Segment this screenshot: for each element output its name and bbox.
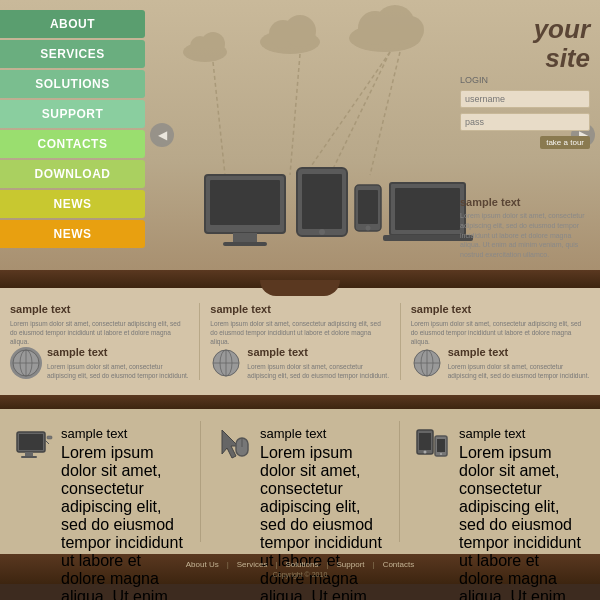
nav-services[interactable]: SERVICES <box>0 40 145 68</box>
svg-point-8 <box>375 5 415 45</box>
svg-point-2 <box>201 32 225 56</box>
footer-link-contacts[interactable]: Contacts <box>383 560 415 569</box>
footer-link-solutions[interactable]: Solutions <box>286 560 319 569</box>
showcase-3-text: sample text Lorem ipsum dolor sit amet, … <box>459 426 585 600</box>
svg-rect-17 <box>233 233 257 242</box>
showcase-2-title: sample text <box>260 426 386 441</box>
svg-rect-50 <box>419 433 431 450</box>
footer-link-about[interactable]: About Us <box>186 560 219 569</box>
nav-about[interactable]: ABOUT <box>0 10 145 38</box>
divider-bar-1 <box>0 270 600 288</box>
nav-news1[interactable]: NEWS <box>0 190 145 218</box>
feature-3-inner: sample text Lorem ipsum dolor sit amet, … <box>411 346 590 380</box>
feature-3-subbody: Lorem ipsum dolor sit amet, consectetur … <box>448 362 590 380</box>
showcase-3-body: Lorem ipsum dolor sit amet, consectetur … <box>459 444 585 600</box>
showcase-col-3: sample text Lorem ipsum dolor sit amet, … <box>408 421 590 542</box>
globe-icon-1 <box>10 347 42 379</box>
svg-rect-19 <box>297 168 347 236</box>
svg-point-0 <box>183 42 227 62</box>
svg-line-11 <box>290 54 300 175</box>
feature-1-sub: sample text Lorem ipsum dolor sit amet, … <box>47 346 189 380</box>
col-divider-2 <box>400 303 401 380</box>
nav-download[interactable]: DOWNLOAD <box>0 160 145 188</box>
showcase-icon-3 <box>413 426 451 464</box>
feature-3-body: Lorem ipsum dolor sit amet, consectetur … <box>411 319 590 346</box>
svg-rect-20 <box>302 174 342 229</box>
feature-2-title: sample text <box>210 303 389 315</box>
svg-point-6 <box>349 24 421 52</box>
feature-2-subbody: Lorem ipsum dolor sit amet, consectetur … <box>247 362 389 380</box>
features-row: sample text Lorem ipsum dolor sit amet, … <box>0 288 600 395</box>
svg-line-10 <box>213 62 225 175</box>
feature-1-body: Lorem ipsum dolor sit amet, consectetur … <box>10 319 189 346</box>
svg-point-24 <box>366 226 371 231</box>
svg-point-21 <box>319 229 325 235</box>
take-tour-small-button[interactable]: take a tour <box>540 136 590 149</box>
nav-news2[interactable]: NEWS <box>0 220 145 248</box>
footer-links: About Us | Services | Solutions | Suppor… <box>186 560 414 569</box>
feature-2-sub: sample text Lorem ipsum dolor sit amet, … <box>247 346 389 380</box>
svg-rect-26 <box>395 188 460 230</box>
svg-rect-16 <box>210 180 280 225</box>
showcase-1-body: Lorem ipsum dolor sit amet, consectetur … <box>61 444 187 600</box>
feature-2-subtitle: sample text <box>247 346 389 358</box>
login-label: LOGIN <box>460 75 590 85</box>
nav-solutions[interactable]: SOLUTIONS <box>0 70 145 98</box>
feature-3-subtitle: sample text <box>448 346 590 358</box>
svg-rect-43 <box>21 456 37 458</box>
prev-arrow[interactable]: ◀ <box>150 123 174 147</box>
svg-point-51 <box>424 451 427 454</box>
feature-2-body: Lorem ipsum dolor sit amet, consectetur … <box>210 319 389 346</box>
showcase-1-header: sample text Lorem ipsum dolor sit amet, … <box>15 426 187 600</box>
footer-link-services[interactable]: Services <box>237 560 268 569</box>
showcase-3-title: sample text <box>459 426 585 441</box>
showcase-col-1: sample text Lorem ipsum dolor sit amet, … <box>10 421 192 542</box>
svg-rect-42 <box>25 452 33 456</box>
feature-1-subtitle: sample text <box>47 346 189 358</box>
svg-line-14 <box>305 52 390 175</box>
feature-col-3: sample text Lorem ipsum dolor sit amet, … <box>406 298 595 385</box>
feature-3-title: sample text <box>411 303 590 315</box>
site-title: your site <box>534 15 590 72</box>
feature-2-inner: sample text Lorem ipsum dolor sit amet, … <box>210 346 389 380</box>
svg-point-1 <box>190 36 210 56</box>
hero-sample-body: Lorem ipsum dolor sit amet, consectetur … <box>460 211 590 260</box>
showcase-1-text: sample text Lorem ipsum dolor sit amet, … <box>61 426 187 600</box>
svg-rect-15 <box>205 175 285 233</box>
showcase-1-title: sample text <box>61 426 187 441</box>
footer-copyright: Copyright © 2010 <box>273 571 328 578</box>
col-divider-1 <box>199 303 200 380</box>
globe-icon-3 <box>411 347 443 379</box>
feature-1-inner: sample text Lorem ipsum dolor sit amet, … <box>10 346 189 380</box>
svg-rect-41 <box>19 434 43 450</box>
showcase-col-2: sample text Lorem ipsum dolor sit amet, … <box>209 421 391 542</box>
svg-rect-25 <box>390 183 465 235</box>
feature-1-subbody: Lorem ipsum dolor sit amet, consectetur … <box>47 362 189 380</box>
nav-sidebar: ABOUT SERVICES SOLUTIONS SUPPORT CONTACT… <box>0 0 145 270</box>
hero-sample-text: sample text Lorem ipsum dolor sit amet, … <box>460 196 590 260</box>
svg-point-9 <box>396 16 424 44</box>
svg-line-12 <box>330 52 390 175</box>
password-input[interactable] <box>460 113 590 131</box>
sc-divider-1 <box>200 421 201 542</box>
login-area: LOGIN take a tour <box>460 75 590 149</box>
feature-1-title: sample text <box>10 303 189 315</box>
site-title-line1: your <box>534 14 590 44</box>
svg-rect-22 <box>355 185 381 231</box>
svg-rect-23 <box>358 190 378 224</box>
footer-link-support[interactable]: Support <box>337 560 365 569</box>
feature-col-1: sample text Lorem ipsum dolor sit amet, … <box>5 298 194 385</box>
showcase-icon-1 <box>15 426 53 464</box>
divider-bar-2 <box>0 395 600 409</box>
nav-contacts[interactable]: CONTACTS <box>0 130 145 158</box>
svg-point-5 <box>284 15 316 47</box>
svg-rect-18 <box>223 242 267 246</box>
svg-rect-53 <box>437 439 445 452</box>
nav-support[interactable]: SUPPORT <box>0 100 145 128</box>
sc-divider-2 <box>399 421 400 542</box>
globe-icon-2 <box>210 347 242 379</box>
showcase-icon-2 <box>214 426 252 464</box>
feature-3-sub: sample text Lorem ipsum dolor sit amet, … <box>448 346 590 380</box>
username-input[interactable] <box>460 90 590 108</box>
svg-point-54 <box>440 453 442 455</box>
